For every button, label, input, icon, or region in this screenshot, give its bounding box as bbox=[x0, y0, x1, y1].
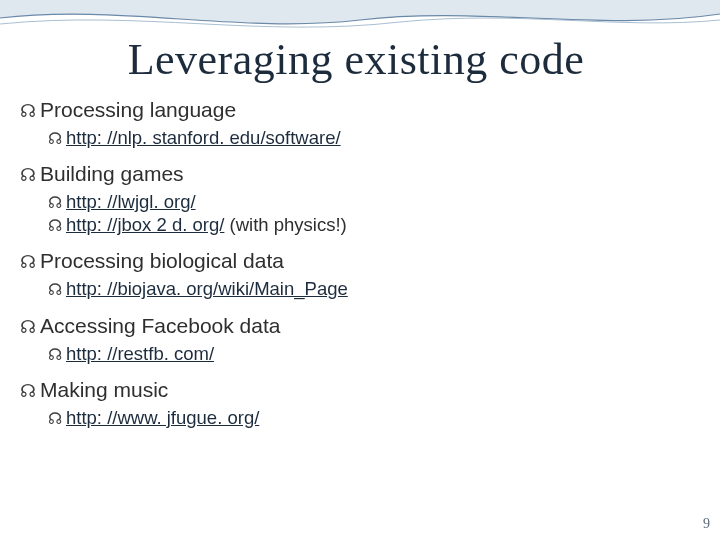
section-facebook-data: ☊ Accessing Facebook data ☊ http: //rest… bbox=[20, 314, 692, 365]
item-trail: (with physics!) bbox=[230, 214, 347, 235]
section-heading: ☊ Making music bbox=[20, 378, 692, 402]
link-jfugue[interactable]: http: //www. jfugue. org/ bbox=[66, 407, 259, 428]
bullet-icon: ☊ bbox=[48, 193, 66, 213]
bullet-icon: ☊ bbox=[48, 409, 66, 429]
section-making-music: ☊ Making music ☊ http: //www. jfugue. or… bbox=[20, 378, 692, 429]
section-heading-text: Making music bbox=[40, 378, 168, 402]
link-restfb[interactable]: http: //restfb. com/ bbox=[66, 343, 214, 364]
bullet-icon: ☊ bbox=[20, 100, 40, 122]
bullet-icon: ☊ bbox=[48, 280, 66, 300]
link-biojava[interactable]: http: //biojava. org/wiki/Main_Page bbox=[66, 278, 348, 299]
list-item: ☊ http: //jbox 2 d. org/ (with physics!) bbox=[48, 213, 692, 236]
link-jbox2d[interactable]: http: //jbox 2 d. org/ bbox=[66, 214, 224, 235]
bullet-icon: ☊ bbox=[20, 380, 40, 402]
list-item: ☊ http: //nlp. stanford. edu/software/ bbox=[48, 126, 692, 149]
bullet-icon: ☊ bbox=[48, 216, 66, 236]
section-heading: ☊ Processing language bbox=[20, 98, 692, 122]
section-heading: ☊ Accessing Facebook data bbox=[20, 314, 692, 338]
bullet-icon: ☊ bbox=[48, 129, 66, 149]
list-item: ☊ http: //lwjgl. org/ bbox=[48, 190, 692, 213]
link-lwjgl[interactable]: http: //lwjgl. org/ bbox=[66, 191, 196, 212]
list-item: ☊ http: //restfb. com/ bbox=[48, 342, 692, 365]
section-building-games: ☊ Building games ☊ http: //lwjgl. org/ ☊… bbox=[20, 162, 692, 236]
link-nlp-stanford[interactable]: http: //nlp. stanford. edu/software/ bbox=[66, 127, 341, 148]
section-biological-data: ☊ Processing biological data ☊ http: //b… bbox=[20, 249, 692, 300]
section-heading-text: Processing language bbox=[40, 98, 236, 122]
bullet-icon: ☊ bbox=[20, 164, 40, 186]
section-heading-text: Accessing Facebook data bbox=[40, 314, 280, 338]
slide-body: Leveraging existing code ☊ Processing la… bbox=[0, 0, 720, 540]
section-heading-text: Building games bbox=[40, 162, 184, 186]
bullet-icon: ☊ bbox=[20, 251, 40, 273]
bullet-icon: ☊ bbox=[48, 345, 66, 365]
bullet-icon: ☊ bbox=[20, 316, 40, 338]
section-processing-language: ☊ Processing language ☊ http: //nlp. sta… bbox=[20, 98, 692, 149]
section-heading: ☊ Building games bbox=[20, 162, 692, 186]
section-heading: ☊ Processing biological data bbox=[20, 249, 692, 273]
section-heading-text: Processing biological data bbox=[40, 249, 284, 273]
list-item: ☊ http: //biojava. org/wiki/Main_Page bbox=[48, 277, 692, 300]
list-item: ☊ http: //www. jfugue. org/ bbox=[48, 406, 692, 429]
page-number: 9 bbox=[703, 516, 710, 532]
slide-title: Leveraging existing code bbox=[20, 34, 692, 85]
